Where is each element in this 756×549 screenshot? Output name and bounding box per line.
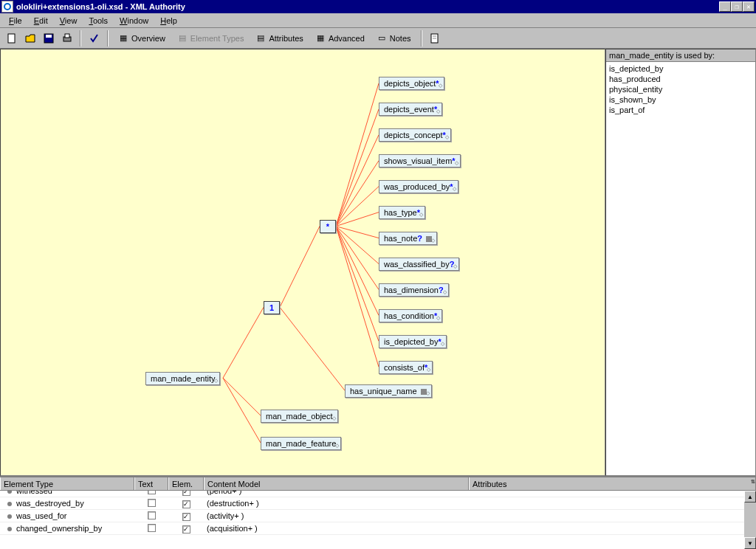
child-node-was_produced_by[interactable]: was_produced_by*◇ bbox=[379, 180, 458, 193]
advanced-tab[interactable]: ▦Advanced bbox=[310, 30, 370, 46]
overview-tab[interactable]: ▦Overview bbox=[113, 30, 171, 46]
child-node-depicts_event[interactable]: depicts_event*◇ bbox=[379, 103, 442, 116]
toolbar: ▦Overview ▤Element Types ▤Attributes ▦Ad… bbox=[0, 28, 756, 49]
col-text[interactable]: ⇅Text bbox=[134, 477, 168, 490]
document-button[interactable] bbox=[427, 30, 444, 46]
elem-checkbox[interactable] bbox=[182, 491, 190, 496]
svg-rect-3 bbox=[46, 35, 52, 38]
menubar: File Edit View Tools Window Help bbox=[0, 13, 756, 28]
advanced-icon: ▦ bbox=[315, 33, 326, 44]
unique-name-node[interactable]: has_unique_name ◇ bbox=[345, 384, 432, 398]
open-button[interactable] bbox=[21, 30, 38, 46]
row-name: changed_ownership_by bbox=[16, 524, 102, 533]
validate-button[interactable] bbox=[86, 30, 103, 46]
col-element-type[interactable]: ⇅Element Type bbox=[0, 477, 134, 490]
elemtypes-icon: ▤ bbox=[177, 33, 188, 44]
child-node-depicts_object[interactable]: depicts_object*◇ bbox=[379, 77, 444, 90]
row-name: witnessed bbox=[16, 491, 52, 495]
child-node-shows_visual_item[interactable]: shows_visual_item*◇ bbox=[379, 154, 461, 168]
attributes-tab[interactable]: ▤Attributes bbox=[250, 30, 308, 46]
menu-file[interactable]: File bbox=[3, 15, 28, 27]
tree-canvas[interactable]: man_made_entity◇ 1 * depicts_object*◇dep… bbox=[0, 49, 605, 476]
menu-edit[interactable]: Edit bbox=[28, 15, 54, 27]
text-checkbox[interactable] bbox=[148, 524, 156, 532]
svg-rect-1 bbox=[8, 34, 15, 43]
new-button[interactable] bbox=[3, 30, 20, 46]
used-by-item[interactable]: is_shown_by bbox=[609, 94, 752, 105]
element-types-tab[interactable]: ▤Element Types bbox=[172, 30, 250, 46]
child-node-has_condition[interactable]: has_condition*◇ bbox=[379, 309, 442, 322]
elem-checkbox[interactable] bbox=[182, 525, 190, 534]
sequence-node[interactable]: 1 bbox=[264, 301, 280, 314]
titlebar: olokliri+extensions1-oli.xsd - XML Autho… bbox=[0, 0, 756, 13]
table-row[interactable]: was_used_for(activity+ ) bbox=[0, 510, 756, 522]
expand-icon: ◇ bbox=[453, 186, 456, 192]
elem-checkbox[interactable] bbox=[182, 500, 190, 508]
row-name: was_destroyed_by bbox=[16, 499, 84, 508]
expand-icon: ◇ bbox=[453, 263, 457, 269]
expand-icon: ◇ bbox=[436, 108, 440, 114]
expand-icon: ◇ bbox=[439, 83, 442, 89]
table-row[interactable]: changed_ownership_by(acquisition+ ) bbox=[0, 522, 756, 535]
expand-icon: ◇ bbox=[419, 212, 423, 218]
row-content-model: (acquisition+ ) bbox=[207, 524, 258, 533]
used-by-item[interactable]: physical_entity bbox=[609, 84, 752, 94]
scroll-up-button[interactable]: ▲ bbox=[744, 491, 756, 503]
maximize-button[interactable]: ❐ bbox=[731, 1, 743, 12]
row-bullet-icon bbox=[7, 514, 12, 519]
print-button[interactable] bbox=[58, 30, 75, 46]
menu-tools[interactable]: Tools bbox=[83, 15, 114, 27]
elem-checkbox[interactable] bbox=[182, 513, 190, 521]
table-row[interactable]: was_destroyed_by(destruction+ ) bbox=[0, 497, 756, 510]
used-by-item[interactable]: is_part_of bbox=[609, 105, 752, 115]
menu-window[interactable]: Window bbox=[114, 15, 154, 27]
scroll-down-button[interactable]: ▼ bbox=[744, 537, 756, 549]
svg-rect-5 bbox=[65, 34, 69, 38]
notes-icon: ▭ bbox=[377, 33, 387, 44]
table-row[interactable]: witnessed(period+ ) bbox=[0, 491, 756, 497]
choice-node[interactable]: * bbox=[320, 220, 336, 233]
app-icon bbox=[1, 1, 13, 13]
menu-view[interactable]: View bbox=[54, 15, 83, 27]
menu-help[interactable]: Help bbox=[154, 15, 183, 27]
child-node-consists_of[interactable]: consists_of*◇ bbox=[379, 361, 433, 374]
child-node-is_depicted_by[interactable]: is_depicted_by*◇ bbox=[379, 335, 447, 348]
col-attributes[interactable]: Attributes bbox=[469, 477, 756, 490]
minimize-button[interactable]: _ bbox=[719, 1, 731, 12]
notes-tab[interactable]: ▭Notes bbox=[371, 30, 416, 46]
used-by-panel: man_made_entity is used by: is_depicted_… bbox=[605, 49, 756, 476]
close-button[interactable]: ✕ bbox=[743, 1, 755, 12]
expand-icon: ◇ bbox=[431, 238, 435, 244]
child-node-was_classified_by[interactable]: was_classified_by?◇ bbox=[379, 258, 459, 271]
text-checkbox[interactable] bbox=[148, 511, 156, 519]
man-made-object-node[interactable]: man_made_object◇ bbox=[261, 410, 338, 423]
child-node-has_dimension[interactable]: has_dimension?◇ bbox=[379, 283, 449, 297]
expand-icon: ◇ bbox=[445, 134, 449, 140]
col-elem[interactable]: ⇅Elem. bbox=[168, 477, 204, 490]
text-checkbox[interactable] bbox=[148, 491, 156, 494]
man-made-feature-node[interactable]: man_made_feature◇ bbox=[261, 437, 341, 450]
col-content-model[interactable]: Content Model bbox=[204, 477, 469, 490]
root-node[interactable]: man_made_entity◇ bbox=[145, 372, 220, 385]
row-content-model: (period+ ) bbox=[207, 491, 241, 495]
expand-icon: ◇ bbox=[427, 367, 430, 373]
used-by-item[interactable]: has_produced bbox=[609, 74, 752, 84]
row-bullet-icon bbox=[7, 527, 12, 531]
overview-icon: ▦ bbox=[118, 33, 128, 44]
row-bullet-icon bbox=[7, 502, 12, 506]
table-header: ⇅Element Type ⇅Text ⇅Elem. Content Model… bbox=[0, 477, 756, 491]
used-by-item[interactable]: is_depicted_by bbox=[609, 63, 752, 74]
child-node-has_note[interactable]: has_note? ◇ bbox=[379, 232, 437, 245]
row-content-model: (destruction+ ) bbox=[207, 499, 259, 508]
element-table: ⇅Element Type ⇅Text ⇅Elem. Content Model… bbox=[0, 476, 756, 549]
save-button[interactable] bbox=[40, 30, 57, 46]
child-node-depicts_concept[interactable]: depicts_concept*◇ bbox=[379, 128, 451, 142]
window-title: olokliri+extensions1-oli.xsd - XML Autho… bbox=[16, 2, 719, 11]
expand-icon: ◇ bbox=[455, 160, 458, 166]
child-node-has_type[interactable]: has_type*◇ bbox=[379, 206, 425, 219]
expand-icon: ◇ bbox=[443, 289, 447, 295]
text-checkbox[interactable] bbox=[148, 499, 156, 507]
svg-point-0 bbox=[4, 4, 10, 10]
attributes-icon: ▤ bbox=[255, 33, 266, 44]
table-scrollbar[interactable]: ▲ ▼ bbox=[744, 491, 756, 549]
